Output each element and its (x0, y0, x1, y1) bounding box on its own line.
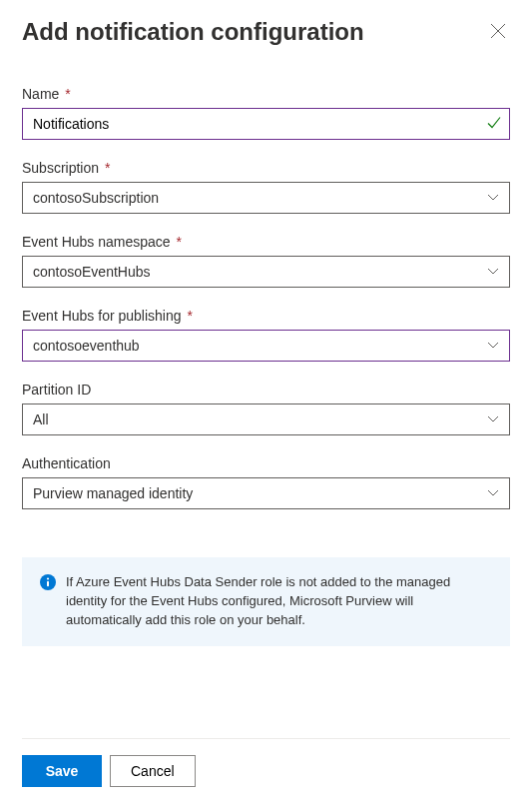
info-icon (40, 574, 56, 593)
chevron-down-icon (487, 413, 499, 425)
partition-id-field: Partition ID All (22, 382, 510, 435)
name-field: Name * (22, 86, 510, 140)
event-hubs-publishing-label: Event Hubs for publishing * (22, 308, 510, 324)
subscription-field: Subscription * contosoSubscription (22, 160, 510, 214)
subscription-select[interactable]: contosoSubscription (22, 182, 510, 214)
cancel-button[interactable]: Cancel (110, 755, 196, 787)
panel-footer: Save Cancel (22, 738, 510, 787)
name-input[interactable] (22, 108, 510, 140)
event-hubs-namespace-field: Event Hubs namespace * contosoEventHubs (22, 234, 510, 288)
close-icon (490, 23, 506, 42)
event-hubs-namespace-label: Event Hubs namespace * (22, 234, 510, 250)
close-button[interactable] (486, 19, 510, 46)
chevron-down-icon (487, 340, 499, 352)
subscription-label: Subscription * (22, 160, 510, 176)
chevron-down-icon (487, 192, 499, 204)
chevron-down-icon (487, 266, 499, 278)
panel-title: Add notification configuration (22, 18, 364, 46)
authentication-field: Authentication Purview managed identity (22, 455, 510, 509)
svg-rect-4 (47, 581, 49, 587)
required-mark: * (105, 160, 110, 176)
required-mark: * (187, 308, 192, 324)
panel-header: Add notification configuration (22, 18, 510, 46)
event-hubs-publishing-select[interactable]: contosoeventhub (22, 330, 510, 362)
required-mark: * (65, 86, 70, 102)
info-message: If Azure Event Hubs Data Sender role is … (22, 557, 510, 646)
add-notification-panel: Add notification configuration Name * (0, 0, 532, 805)
authentication-label: Authentication (22, 455, 510, 471)
chevron-down-icon (487, 487, 499, 499)
partition-id-label: Partition ID (22, 382, 510, 398)
info-text: If Azure Event Hubs Data Sender role is … (66, 573, 492, 630)
name-label: Name * (22, 86, 510, 102)
event-hubs-publishing-field: Event Hubs for publishing * contosoevent… (22, 308, 510, 362)
partition-id-select[interactable]: All (22, 403, 510, 435)
save-button[interactable]: Save (22, 755, 102, 787)
svg-point-3 (47, 577, 49, 579)
event-hubs-namespace-select[interactable]: contosoEventHubs (22, 256, 510, 288)
required-mark: * (177, 234, 182, 250)
authentication-select[interactable]: Purview managed identity (22, 477, 510, 509)
